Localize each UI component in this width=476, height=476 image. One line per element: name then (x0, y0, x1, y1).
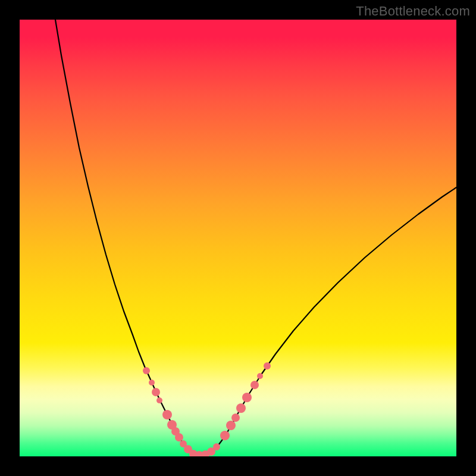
data-marker (143, 367, 150, 374)
plot-area (20, 20, 456, 456)
data-marker (242, 393, 252, 402)
curve-left (55, 20, 201, 456)
data-marker (257, 373, 263, 379)
data-marker (175, 433, 183, 441)
curve-svg (20, 20, 456, 456)
data-marker (264, 362, 271, 369)
curve-right (201, 187, 456, 456)
data-marker (213, 443, 220, 450)
outer-frame: TheBottleneck.com (0, 0, 476, 476)
watermark-text: TheBottleneck.com (356, 4, 470, 19)
data-marker (220, 431, 230, 440)
data-marker (250, 381, 259, 389)
data-marker (236, 403, 246, 413)
data-marker (152, 388, 160, 396)
data-marker (156, 397, 162, 403)
data-marker (162, 410, 172, 419)
markers-group (143, 362, 271, 456)
data-marker (149, 380, 155, 386)
data-marker (226, 421, 236, 430)
data-marker (231, 414, 240, 422)
